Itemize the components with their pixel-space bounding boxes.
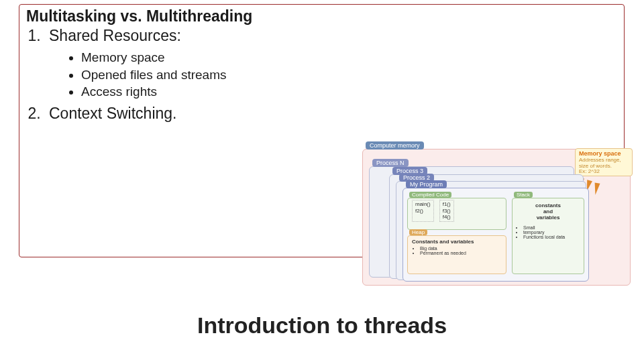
process-n-tab: Process N bbox=[372, 159, 409, 167]
sub-item: Memory space bbox=[81, 49, 617, 66]
code-fn: main() bbox=[415, 201, 431, 208]
page-footer-title: Introduction to threads bbox=[0, 312, 644, 339]
main-ordered-list: Shared Resources: Memory space Opened fi… bbox=[26, 27, 617, 123]
list-item-label: Shared Resources: bbox=[49, 27, 181, 44]
memory-space-line: Ex: 2^32 bbox=[579, 169, 629, 175]
list-item-label: Context Switching. bbox=[49, 105, 176, 122]
code-fn: f2() bbox=[415, 208, 431, 215]
code-fn: f3() bbox=[443, 208, 451, 215]
heap-tab: Heap bbox=[409, 229, 427, 235]
memory-diagram: Computer memory Memory space Addresses r… bbox=[362, 141, 631, 287]
sub-item: Access rights bbox=[81, 83, 617, 101]
stack-title-line: variables bbox=[537, 215, 560, 221]
compiled-code-box: Compiled Code main() f2() f1() f3() f4() bbox=[407, 198, 506, 230]
card-title: Multitasking vs. Multithreading bbox=[26, 7, 617, 25]
arrow-icon bbox=[592, 182, 600, 195]
stack-box: Stack constants and variables Small temp… bbox=[512, 198, 584, 274]
stack-bullet: temporary bbox=[523, 230, 580, 235]
list-item-context-switching: Context Switching. bbox=[45, 105, 617, 123]
my-program-panel: My Program Compiled Code main() f2() f1(… bbox=[402, 188, 589, 282]
stack-bullet: Small bbox=[523, 225, 580, 230]
stack-tab: Stack bbox=[514, 192, 533, 198]
compiled-code-tab: Compiled Code bbox=[409, 192, 451, 198]
my-program-tab: My Program bbox=[406, 180, 447, 188]
list-item-shared-resources: Shared Resources: Memory space Opened fi… bbox=[45, 27, 617, 101]
code-column: main() f2() bbox=[412, 200, 434, 222]
memory-space-callout: Memory space Addresses range, size of wo… bbox=[575, 148, 633, 176]
stack-bullet: Functions local data bbox=[523, 235, 580, 239]
sub-item: Opened files and streams bbox=[81, 66, 617, 84]
heap-box: Heap Constants and variables Big data Pe… bbox=[407, 235, 506, 274]
code-column: f1() f3() f4() bbox=[439, 200, 454, 222]
heap-title: Constants and variables bbox=[412, 239, 502, 245]
stack-title: constants and variables bbox=[517, 202, 580, 221]
code-fn: f1() bbox=[443, 201, 451, 208]
sub-list-shared-resources: Memory space Opened files and streams Ac… bbox=[49, 49, 617, 101]
computer-memory-tab: Computer memory bbox=[366, 141, 424, 149]
code-fn: f4() bbox=[443, 214, 451, 221]
memory-space-line: Addresses range, size of words. bbox=[579, 158, 629, 170]
stack-title-line: constants bbox=[535, 202, 561, 208]
heap-bullet: Permanent as needed bbox=[420, 251, 502, 255]
heap-bullet: Big data bbox=[420, 246, 502, 251]
stack-title-line: and bbox=[543, 208, 553, 215]
